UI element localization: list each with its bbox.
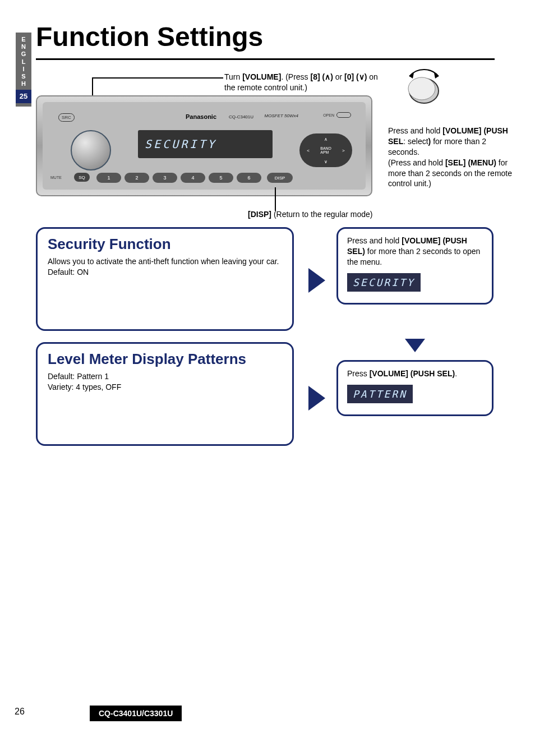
pattern-step-text: Press [VOLUME] (PUSH SEL). [347, 368, 483, 379]
preset-5[interactable]: 5 [209, 173, 233, 183]
disp-label: [DISP] [248, 210, 271, 219]
preset-button-row: 1 2 3 4 5 6 [96, 173, 261, 183]
txt: (Return to the regular mode) [271, 210, 373, 219]
level-meter-heading: Level Meter Display Patterns [48, 351, 282, 368]
pattern-step-card: Press [VOLUME] (PUSH SEL). PATTERN [336, 360, 494, 416]
disp-leader-line [275, 187, 276, 211]
security-body: Allows you to activate the anti-theft fu… [48, 256, 282, 267]
lang-letters: ENGLISH [21, 36, 26, 87]
open-button-area[interactable]: OPEN [323, 112, 351, 118]
preset-4[interactable]: 4 [181, 173, 205, 183]
open-button[interactable] [336, 112, 351, 118]
txt: Turn [224, 72, 242, 81]
mosfet-label: MOSFET 50Wx4 [265, 113, 298, 118]
page-title: Function Settings [36, 21, 263, 52]
key-8-up: [8] (∧) [311, 72, 333, 81]
txt: Press and hold [347, 236, 402, 245]
src-button[interactable]: SRC [58, 113, 75, 122]
level-meter-card: Level Meter Display Patterns Default: Pa… [36, 342, 294, 446]
nav-up-icon[interactable]: ∧ [324, 137, 328, 142]
preset-6[interactable]: 6 [237, 173, 261, 183]
txt: : select [403, 137, 428, 146]
txt: (Press and hold [388, 158, 445, 167]
nav-down-icon[interactable]: ∨ [324, 159, 328, 164]
model-bar: CQ-C3401U/C3301U [90, 706, 182, 721]
volume-knob-illustration [402, 67, 446, 107]
security-default: Default: ON [48, 267, 282, 278]
page-number: 26 [15, 707, 25, 717]
security-step-card: Press and hold [VOLUME] (PUSH SEL) for m… [336, 227, 494, 305]
security-heading: Security Function [48, 236, 282, 253]
sel-menu-label: [SEL] (MENU) [445, 158, 496, 167]
security-function-card: Security Function Allows you to activate… [36, 227, 294, 331]
txt: for more than 2 seconds to open the menu… [347, 247, 480, 266]
security-step-text: Press and hold [VOLUME] (PUSH SEL) for m… [347, 236, 483, 268]
preset-2[interactable]: 2 [124, 173, 149, 183]
disp-note: [DISP] (Return to the regular mode) [248, 210, 373, 219]
txt: Press and hold [388, 126, 442, 135]
side-page-number: 25 [16, 90, 31, 103]
volume-push-sel-label: [VOLUME] (PUSH SEL) [370, 369, 455, 378]
brand-label: Panasonic [186, 113, 216, 120]
level-meter-variety: Variety: 4 types, OFF [48, 382, 282, 393]
txt: . [455, 369, 457, 378]
level-meter-default: Default: Pattern 1 [48, 371, 282, 382]
arrow-right-icon [308, 268, 325, 293]
txt: Press [347, 369, 370, 378]
arrow-down-icon [405, 339, 425, 352]
instruction-turn-volume: Turn [VOLUME]. (Press [8] (∧) or [0] (∨)… [224, 72, 381, 93]
txt: or [333, 72, 344, 81]
nav-left[interactable]: < [307, 148, 310, 153]
arrow-right-icon [308, 386, 325, 411]
lcd-display: SECURITY [138, 130, 273, 158]
nav-right[interactable]: > [342, 148, 345, 153]
navigation-pad[interactable]: ∧ <BANDAPM> ∨ [299, 133, 352, 167]
volume-label: [VOLUME] [242, 72, 281, 81]
instruction-press-hold: Press and hold [VOLUME] (PUSH SEL: selec… [388, 126, 517, 189]
title-rule [36, 58, 495, 60]
sq-button[interactable]: SQ [74, 173, 90, 182]
lcd-security: SECURITY [347, 273, 421, 292]
lcd-pattern: PATTERN [347, 385, 413, 403]
stereo-faceplate: SRC Panasonic CQ-C3401U MOSFET 50Wx4 OPE… [43, 102, 366, 190]
model-label: CQ-C3401U [229, 114, 253, 119]
preset-3[interactable]: 3 [153, 173, 177, 183]
language-tab: ENGLISH 25 [16, 33, 31, 107]
disp-button[interactable]: DISP [267, 173, 293, 183]
mute-label[interactable]: MUTE [50, 176, 62, 179]
car-stereo-illustration: SRC Panasonic CQ-C3401U MOSFET 50Wx4 OPE… [36, 95, 372, 196]
txt: . (Press [281, 72, 310, 81]
leader-line-h [92, 77, 223, 79]
svg-point-1 [408, 77, 435, 100]
band-apm-button[interactable]: BANDAPM [320, 146, 331, 154]
preset-1[interactable]: 1 [96, 173, 121, 183]
volume-knob[interactable] [71, 130, 111, 170]
key-0-down: [0] (∨) [344, 72, 367, 81]
open-label: OPEN [323, 113, 334, 117]
